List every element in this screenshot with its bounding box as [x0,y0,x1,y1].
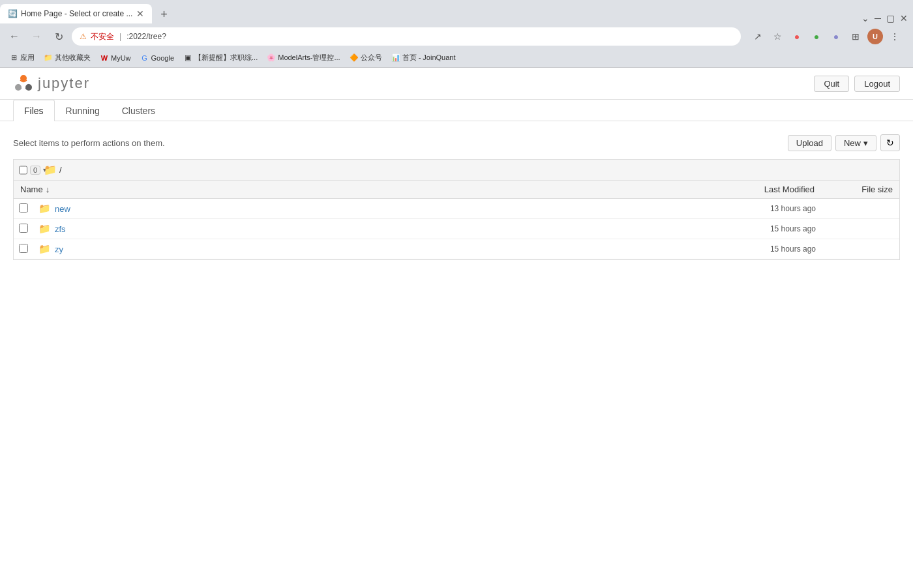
address-input[interactable]: ⚠ 不安全 | :2022/tree? [72,27,741,46]
bookmark-icon[interactable]: ☆ [770,29,785,44]
bookmark-job-label: 【新提醒】求职综... [194,53,258,63]
file-row-1-checkbox[interactable] [19,224,28,233]
col-name-label: Name [20,184,43,194]
upload-button[interactable]: Upload [788,135,831,151]
new-dropdown-arrow: ▾ [863,138,868,148]
file-row-1-name[interactable]: zfs [55,224,698,234]
extension3-icon[interactable]: ● [828,29,844,44]
bookmark-modelarts[interactable]: 🌸 ModelArts-管理控... [263,51,344,64]
bookmark-modelarts-label: ModelArts-管理控... [278,53,340,63]
jupyter-logo: jupyter [13,73,90,94]
bookmark-other-label: 其他收藏夹 [55,53,91,63]
bookmark-apps[interactable]: ⊞ 应用 [5,51,38,64]
new-button[interactable]: New ▾ [835,135,876,151]
jupyter-logo-svg [13,73,34,94]
bookmark-joinquant[interactable]: 📊 首页 - JoinQuant [387,51,460,64]
file-row-0-name[interactable]: new [55,204,698,214]
bookmark-wechat[interactable]: 🔶 公众号 [346,51,386,64]
new-tab-button[interactable]: + [155,5,173,23]
close-icon[interactable]: ✕ [900,13,908,23]
maximize-icon[interactable]: ▢ [886,13,895,23]
extensions-icon[interactable]: ↗ [750,29,766,44]
minimize-icon[interactable]: ─ [875,13,881,23]
chevron-down-icon[interactable]: ⌄ [861,13,869,23]
extension1-icon[interactable]: ● [789,29,805,44]
file-row-0-checkbox-col [19,203,38,214]
bookmark-myuw-label: MyUw [111,54,131,62]
bookmark-google-label: Google [151,54,174,62]
menu-icon[interactable]: ⋮ [887,29,903,44]
selected-count: 0 [30,166,40,175]
svg-point-2 [25,84,32,91]
col-header-name[interactable]: Name ↓ [14,181,704,198]
nav-tabs: Files Running Clusters [0,100,913,121]
bookmark-other[interactable]: 📁 其他收藏夹 [40,51,95,64]
file-row-1-modified: 15 hours ago [698,224,816,233]
google-icon: G [140,53,149,63]
col-header-modified[interactable]: Last Modified [704,181,821,198]
file-row-0-modified: 13 hours ago [698,204,816,213]
tab-title: Home Page - Select or create ... [21,9,132,18]
browser-chrome: 🔄 Home Page - Select or create ... ✕ + ⌄… [0,0,913,68]
toolbar-icons: ↗ ☆ ● ● ● ⊞ U ⋮ [745,29,908,44]
address-separator: | [119,32,121,41]
col-headers: Name ↓ Last Modified File size [14,181,899,199]
profile-icon[interactable]: U [867,29,883,44]
forward-button[interactable]: → [27,27,46,46]
joinquant-icon: 📊 [391,53,400,63]
file-row-2-checkbox[interactable] [19,244,28,253]
file-browser: Select items to perform actions on them.… [0,121,913,273]
bookmark-job[interactable]: ▣ 【新提醒】求职综... [179,51,262,64]
file-row-2-folder-icon: 📁 [38,243,51,255]
apps-icon: ⊞ [9,53,18,63]
address-text: :2022/tree? [127,32,733,41]
address-bar: ← → ↻ ⚠ 不安全 | :2022/tree? ↗ ☆ ● ● ● ⊞ U … [0,23,913,50]
tab-running[interactable]: Running [55,100,111,121]
wechat-icon: 🔶 [350,53,359,63]
tab-close-button[interactable]: ✕ [136,8,144,19]
window-controls: ⌄ ─ ▢ ✕ [861,13,913,23]
browser-tab-active[interactable]: 🔄 Home Page - Select or create ... ✕ [0,4,152,23]
tab-clusters[interactable]: Clusters [111,100,166,121]
file-table-breadcrumb-row: 0 ▾ 📁 / [14,160,899,181]
modelarts-icon: 🌸 [267,53,276,63]
header-buttons: Quit Logout [814,76,900,92]
extension2-icon[interactable]: ● [809,29,824,44]
logout-button[interactable]: Logout [854,76,900,92]
col-header-size[interactable]: File size [821,181,899,198]
breadcrumb-path: / [59,165,62,175]
security-warning-icon: ⚠ [80,32,87,41]
tab-files[interactable]: Files [13,100,55,121]
jupyter-header: jupyter Quit Logout [0,68,913,100]
file-table: 0 ▾ 📁 / Name ↓ Last Modified File size [13,159,900,260]
file-row-1-checkbox-col [19,224,38,235]
col-name-sort-icon: ↓ [46,184,50,194]
reload-button[interactable]: ↻ [50,27,68,46]
tab-bar: 🔄 Home Page - Select or create ... ✕ + ⌄… [0,0,913,23]
col-size-label: File size [861,184,893,194]
file-row-2-checkbox-col [19,244,38,255]
new-button-label: New [844,138,861,148]
file-row-2-name[interactable]: zy [55,244,698,254]
select-all-checkbox[interactable] [19,166,27,175]
page-content: jupyter Quit Logout Files Running Cluste… [0,68,913,563]
bookmarks-bar: ⊞ 应用 📁 其他收藏夹 W MyUw G Google ▣ 【新提醒】求职综.… [0,50,913,68]
folder-icon: 📁 [44,53,53,63]
file-row-0: 📁 new 13 hours ago [14,199,899,219]
bookmark-joinquant-label: 首页 - JoinQuant [402,53,456,63]
file-row-0-checkbox[interactable] [19,203,28,213]
back-button[interactable]: ← [5,27,23,46]
bookmark-google[interactable]: G Google [136,52,178,64]
file-row-0-folder-icon: 📁 [38,203,51,214]
quit-button[interactable]: Quit [814,76,849,92]
refresh-button[interactable]: ↻ [880,134,900,151]
extension4-icon[interactable]: ⊞ [848,29,863,44]
file-row-2-modified: 15 hours ago [698,244,816,254]
col-modified-label: Last Modified [764,184,815,194]
select-all-col: 0 ▾ [19,166,38,175]
security-label: 不安全 [91,31,114,42]
info-text: Select items to perform actions on them. [13,138,165,148]
bookmark-myuw[interactable]: W MyUw [96,52,135,64]
file-browser-header: Select items to perform actions on them.… [13,134,900,151]
bookmark-apps-label: 应用 [20,53,35,63]
